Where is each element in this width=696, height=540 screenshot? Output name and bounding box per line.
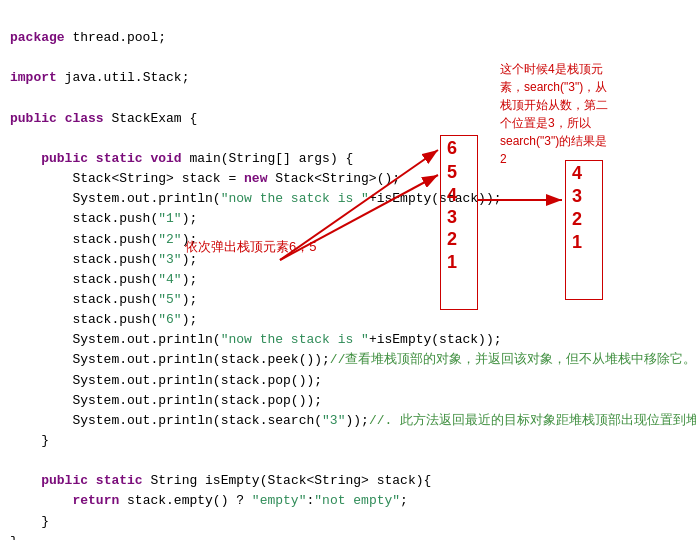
stack1-num4: 4 [447, 185, 457, 206]
stack2-num2: 2 [572, 209, 582, 230]
stack2-box [565, 160, 603, 300]
annotation-search: 这个时候4是栈顶元素，search("3")，从栈顶开始从数，第二个位置是3，所… [500, 60, 640, 168]
annotation-pop: 依次弹出栈顶元素6，5 [185, 238, 316, 256]
stack1-num2: 2 [447, 229, 457, 250]
stack2-num1: 1 [572, 232, 582, 253]
stack1-num1: 1 [447, 252, 457, 273]
stack2-num3: 3 [572, 186, 582, 207]
stack1-num3: 3 [447, 207, 457, 228]
stack1-num6: 6 [447, 138, 457, 159]
stack1-box [440, 135, 478, 310]
stack1-num5: 5 [447, 162, 457, 183]
